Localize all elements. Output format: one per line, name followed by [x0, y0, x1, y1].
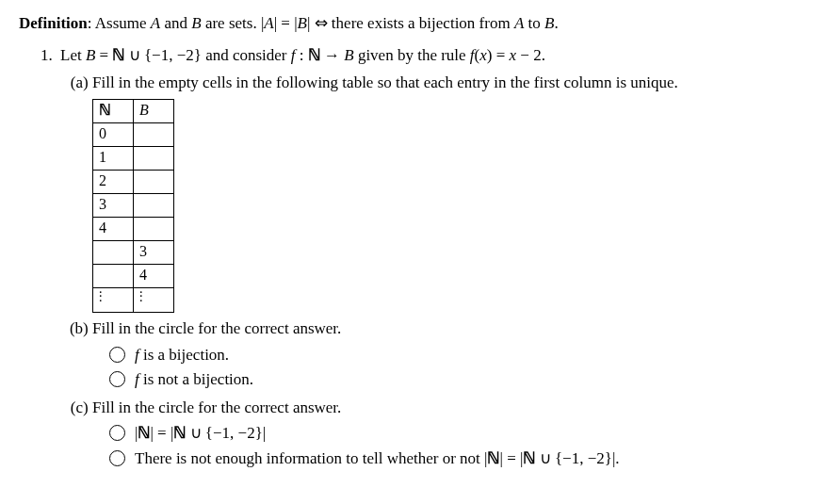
table-row: 4: [93, 217, 174, 240]
cell-b[interactable]: [134, 170, 174, 193]
cell-vdots: ···: [134, 287, 174, 313]
part-a-text: Fill in the empty cells in the following…: [92, 73, 678, 91]
radio-circle-icon[interactable]: [109, 371, 125, 387]
definition-colon: : Assume: [88, 14, 151, 32]
cell-n: 3: [93, 193, 134, 217]
radio-circle-icon[interactable]: [109, 425, 125, 441]
choice-label: f is a bijection.: [135, 343, 229, 367]
table-row: 4: [93, 264, 174, 287]
choice-b-2: f is not a bijection.: [109, 367, 809, 392]
part-a: Fill in the empty cells in the following…: [92, 71, 809, 313]
table-row: 2: [93, 170, 174, 193]
part-b-text: Fill in the circle for the correct answe…: [92, 319, 341, 337]
choice-label: |ℕ| = |ℕ ∪ {−1, −2}|: [135, 421, 266, 446]
cell-n: 2: [93, 170, 134, 193]
part-c-text: Fill in the circle for the correct answe…: [92, 398, 341, 416]
cell-b[interactable]: [134, 217, 174, 240]
radio-circle-icon[interactable]: [109, 450, 125, 466]
table-row: 3: [93, 193, 174, 217]
problem-intro: Let B = ℕ ∪ {−1, −2} and consider f : ℕ …: [60, 46, 545, 64]
definition-label: Definition: [19, 14, 88, 32]
table-row: 1: [93, 146, 174, 170]
cell-b: 4: [134, 264, 174, 287]
part-b: Fill in the circle for the correct answe…: [92, 317, 809, 392]
var-a: A: [151, 14, 160, 32]
cell-n: 0: [93, 122, 134, 146]
choice-b-1: f is a bijection.: [109, 343, 809, 367]
cell-b[interactable]: [134, 193, 174, 217]
cell-b[interactable]: [134, 122, 174, 146]
choice-label: f is not a bijection.: [135, 367, 253, 392]
cell-vdots: ···: [93, 287, 134, 313]
col-n: ℕ: [93, 99, 134, 122]
cell-b: 3: [134, 240, 174, 264]
table-row-dots: ··· ···: [93, 287, 174, 313]
part-c-choices: |ℕ| = |ℕ ∪ {−1, −2}| There is not enough…: [109, 421, 809, 470]
choice-c-2: There is not enough information to tell …: [109, 447, 809, 471]
choice-c-1: |ℕ| = |ℕ ∪ {−1, −2}|: [109, 421, 809, 446]
radio-circle-icon[interactable]: [109, 347, 125, 363]
part-c: Fill in the circle for the correct answe…: [92, 396, 809, 471]
subproblem-list: Fill in the empty cells in the following…: [60, 71, 809, 470]
problem-1: Let B = ℕ ∪ {−1, −2} and consider f : ℕ …: [57, 43, 809, 471]
cell-n: 1: [93, 146, 134, 170]
choice-label: There is not enough information to tell …: [135, 447, 620, 471]
cell-n[interactable]: [93, 264, 134, 287]
col-b: B: [134, 99, 174, 122]
table-row: 3: [93, 240, 174, 264]
definition-line: Definition: Assume A and B are sets. |A|…: [19, 11, 809, 36]
problem-list: Let B = ℕ ∪ {−1, −2} and consider f : ℕ …: [19, 43, 809, 471]
table-row: 0: [93, 122, 174, 146]
part-b-choices: f is a bijection. f is not a bijection.: [109, 343, 809, 392]
cell-b[interactable]: [134, 146, 174, 170]
table-header-row: ℕ B: [93, 99, 174, 122]
cell-n[interactable]: [93, 240, 134, 264]
cell-n: 4: [93, 217, 134, 240]
var-b: B: [191, 14, 201, 32]
function-table: ℕ B 0 1 2 3 4 3 4 ··· ···: [92, 99, 174, 314]
